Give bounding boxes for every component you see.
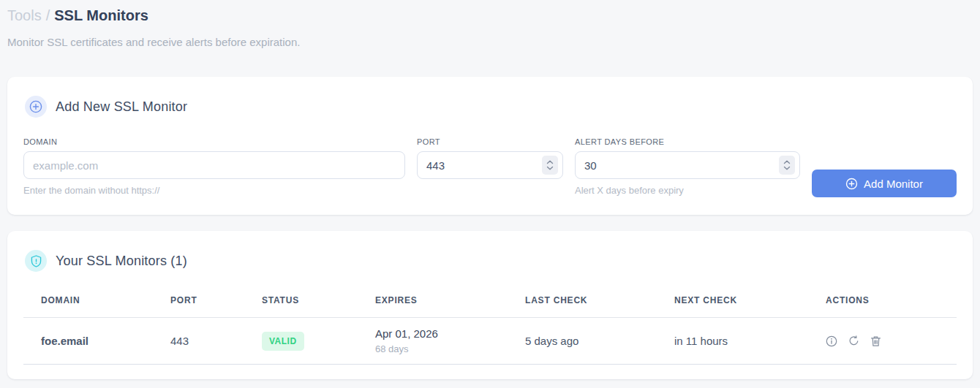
column-header-domain: DOMAIN <box>23 291 153 318</box>
domain-helper-text: Enter the domain without https:// <box>23 185 405 196</box>
breadcrumb-separator: / <box>46 7 50 23</box>
add-monitor-card: Add New SSL Monitor DOMAIN Enter the dom… <box>7 77 973 215</box>
chevron-down-icon <box>783 166 791 170</box>
delete-button[interactable] <box>870 335 881 347</box>
monitor-last-check: 5 days ago <box>508 318 657 365</box>
chevron-up-icon <box>783 160 791 164</box>
monitors-card-header: Your SSL Monitors (1) <box>23 250 957 272</box>
add-monitor-button[interactable]: Add Monitor <box>812 170 957 197</box>
port-input[interactable] <box>417 151 563 179</box>
column-header-status: STATUS <box>244 291 358 318</box>
plus-circle-icon <box>845 178 858 190</box>
column-header-expires: EXPIRES <box>358 291 508 318</box>
status-badge: VALID <box>262 332 304 351</box>
monitor-port: 443 <box>153 318 244 365</box>
alert-days-label: ALERT DAYS BEFORE <box>575 137 800 146</box>
monitor-expires-cell: Apr 01, 2026 68 days <box>358 318 508 365</box>
column-header-next-check: NEXT CHECK <box>657 291 808 318</box>
refresh-button[interactable] <box>848 335 859 346</box>
info-icon <box>826 335 837 347</box>
trash-icon <box>870 335 881 347</box>
table-header-row: DOMAIN PORT STATUS EXPIRES LAST CHECK NE… <box>23 291 957 318</box>
breadcrumb-tools-link[interactable]: Tools <box>7 7 42 23</box>
domain-input[interactable] <box>23 151 405 179</box>
ssl-monitors-page: Tools/SSL Monitors Monitor SSL certifica… <box>0 0 980 379</box>
plus-circle-icon <box>25 96 47 118</box>
port-stepper[interactable] <box>542 156 558 175</box>
breadcrumb: Tools/SSL Monitors <box>7 6 973 25</box>
chevron-down-icon <box>546 166 554 170</box>
info-button[interactable] <box>826 335 837 347</box>
domain-field-group: DOMAIN Enter the domain without https:// <box>23 137 405 196</box>
refresh-icon <box>848 335 859 346</box>
add-monitor-card-header: Add New SSL Monitor <box>23 96 957 118</box>
add-monitor-button-label: Add Monitor <box>864 178 923 190</box>
alert-days-field-group: ALERT DAYS BEFORE Alert X days before ex… <box>575 137 800 196</box>
page-subtitle: Monitor SSL certificates and receive ale… <box>7 36 973 48</box>
port-field-group: PORT <box>417 137 563 179</box>
page-title: SSL Monitors <box>54 7 148 23</box>
alert-days-input[interactable] <box>575 151 800 179</box>
monitor-next-check: in 11 hours <box>657 318 808 365</box>
monitors-card-title: Your SSL Monitors (1) <box>56 254 187 269</box>
column-header-port: PORT <box>153 291 244 318</box>
expires-date: Apr 01, 2026 <box>375 327 508 340</box>
column-header-actions: ACTIONS <box>808 291 957 318</box>
domain-label: DOMAIN <box>23 137 405 146</box>
port-label: PORT <box>417 137 563 146</box>
add-monitor-form: DOMAIN Enter the domain without https://… <box>23 137 957 197</box>
alert-days-stepper[interactable] <box>779 156 795 175</box>
monitors-table: DOMAIN PORT STATUS EXPIRES LAST CHECK NE… <box>23 291 957 365</box>
table-row: foe.email 443 VALID Apr 01, 2026 68 days… <box>23 318 957 365</box>
alert-days-helper-text: Alert X days before expiry <box>575 185 800 196</box>
column-header-last-check: LAST CHECK <box>508 291 657 318</box>
monitor-domain: foe.email <box>23 318 153 365</box>
submit-field-group: Add Monitor <box>812 170 957 197</box>
shield-icon <box>25 250 47 272</box>
add-monitor-card-title: Add New SSL Monitor <box>56 99 187 115</box>
expires-relative: 68 days <box>375 343 508 354</box>
monitors-card: Your SSL Monitors (1) DOMAIN PORT STATUS… <box>7 231 973 379</box>
chevron-up-icon <box>546 160 554 164</box>
monitor-actions-cell <box>808 318 957 365</box>
